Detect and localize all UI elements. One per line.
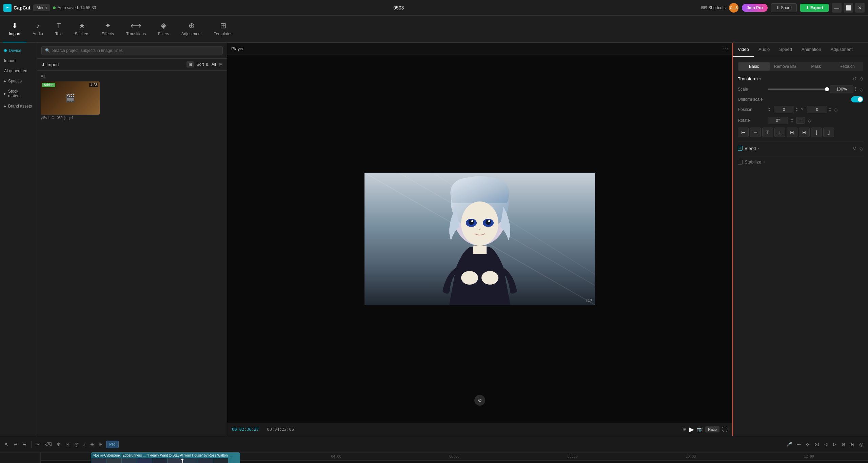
stabilize-checkbox[interactable] — [738, 160, 743, 165]
pos-x-down-button[interactable]: ▼ — [795, 110, 798, 112]
fullscreen-button[interactable]: ⛶ — [722, 426, 728, 432]
tab-animation[interactable]: Animation — [797, 43, 826, 57]
timeline-right-btn-4[interactable]: ⋈ — [813, 440, 821, 448]
toolbar-audio[interactable]: ♪ Audio — [26, 16, 49, 42]
close-button[interactable]: ✕ — [855, 3, 865, 13]
subtab-retouch[interactable]: Retouch — [832, 62, 863, 71]
pos-x-input[interactable] — [774, 106, 794, 113]
player-menu-button[interactable]: ⋯ — [723, 45, 728, 52]
all-filter-button[interactable]: All — [212, 62, 216, 67]
toolbar-effects[interactable]: ✦ Effects — [95, 16, 120, 42]
blend-checkbox[interactable]: ✓ — [738, 146, 743, 151]
share-button[interactable]: ⬆ Share — [771, 3, 797, 12]
subtab-remove-bg[interactable]: Remove BG — [770, 62, 801, 71]
rotate-diamond-button[interactable]: ◇ — [808, 118, 811, 123]
scale-input[interactable] — [830, 85, 853, 93]
toolbar-transitions[interactable]: ⟷ Transitions — [120, 16, 152, 42]
color-button[interactable]: ◈ — [89, 440, 95, 448]
position-diamond-button[interactable]: ◇ — [834, 107, 838, 112]
align-left-button[interactable]: ⊢ — [738, 128, 749, 137]
settings-circle-button[interactable]: ⚙ — [474, 395, 485, 406]
audio-button[interactable]: ♪ — [82, 440, 87, 448]
sidebar-item-ai-generated[interactable]: AI generated — [0, 66, 37, 76]
toolbar-adjustment[interactable]: ⊕ Adjustment — [175, 16, 208, 42]
sidebar-item-brand-assets[interactable]: ▸ Brand assets — [0, 101, 37, 111]
menu-button[interactable]: Menu — [33, 4, 50, 11]
scale-down-button[interactable]: ▼ — [854, 89, 857, 92]
select-tool-button[interactable]: ↖ — [3, 440, 10, 448]
tab-audio[interactable]: Audio — [754, 43, 774, 57]
toolbar-text[interactable]: T Text — [49, 16, 69, 42]
toolbar-templates[interactable]: ⊞ Templates — [208, 16, 239, 42]
redo-button[interactable]: ↪ — [21, 440, 28, 448]
align-top-button[interactable]: ⊥ — [774, 128, 785, 137]
align-bottom-button[interactable]: ⊟ — [799, 128, 810, 137]
align-left-edge-button[interactable]: ⌊ — [811, 128, 822, 137]
toolbar-stickers[interactable]: ★ Stickers — [69, 16, 96, 42]
toolbar-import[interactable]: ⬇ Import — [3, 16, 26, 42]
timeline-right-btn-9[interactable]: ◎ — [858, 440, 865, 448]
import-media-button[interactable]: ⬇ Import — [41, 62, 59, 67]
transform-reset-button[interactable]: ↺ — [853, 76, 857, 81]
pro-feature-button[interactable]: Pro — [106, 441, 119, 448]
view-toggle-button[interactable]: ⊞ — [186, 61, 194, 67]
join-pro-button[interactable]: Join Pro — [742, 4, 768, 12]
pos-y-down-button[interactable]: ▼ — [829, 110, 831, 112]
filters-icon: ◈ — [161, 21, 166, 30]
playhead[interactable] — [182, 461, 183, 463]
video-clip[interactable]: yt5s.io-Cyberpunk_Edgerunners ... "I Rea… — [91, 452, 240, 463]
timeline-right-btn-7[interactable]: ⊕ — [840, 440, 847, 448]
ratio-button[interactable]: Ratio — [705, 426, 719, 432]
search-input[interactable] — [52, 48, 219, 53]
speed-button[interactable]: ◷ — [73, 440, 80, 448]
screenshot-button[interactable]: 📷 — [697, 427, 703, 432]
filter-button[interactable]: ⊟ — [219, 62, 223, 67]
play-button[interactable]: ▶ — [689, 426, 694, 433]
crop-button[interactable]: ⊡ — [64, 440, 71, 448]
align-center-v-button[interactable]: ⊞ — [787, 128, 797, 137]
sidebar-item-spaces[interactable]: ▸ Spaces — [0, 76, 37, 86]
align-right-button[interactable]: ⊤ — [762, 128, 773, 137]
blend-reset-button[interactable]: ↺ — [853, 146, 857, 151]
timeline-right-btn-2[interactable]: ⊸ — [795, 440, 802, 448]
rotate-input[interactable] — [768, 117, 788, 124]
export-button[interactable]: ⬆ Export — [800, 4, 829, 12]
timeline-right-btn-3[interactable]: ⊹ — [804, 440, 811, 448]
scale-slider[interactable] — [768, 89, 827, 90]
grid-view-button[interactable]: ⊞ — [683, 427, 687, 432]
minimize-button[interactable]: — — [832, 3, 842, 13]
blend-diamond-button[interactable]: ◇ — [860, 146, 863, 151]
tab-speed[interactable]: Speed — [774, 43, 797, 57]
rotate-down-button[interactable]: ▼ — [791, 120, 793, 123]
align-center-h-button[interactable]: ⊣ — [750, 128, 761, 137]
sidebar-item-import[interactable]: Import — [0, 56, 37, 66]
undo-button[interactable]: ↩ — [12, 440, 19, 448]
freeze-button[interactable]: ❄ — [55, 440, 62, 448]
timeline-right-btn-8[interactable]: ⊖ — [849, 440, 856, 448]
tab-video[interactable]: Video — [733, 43, 754, 57]
timeline-right-btn-1[interactable]: 🎤 — [785, 440, 793, 448]
transform-diamond-button[interactable]: ◇ — [860, 76, 863, 81]
subtab-mask[interactable]: Mask — [801, 62, 832, 71]
uniform-scale-toggle[interactable] — [851, 96, 863, 102]
shortcuts-button[interactable]: ⌨ Shortcuts — [701, 5, 726, 10]
timeline-right-btn-6[interactable]: ⊳ — [831, 440, 838, 448]
split-button[interactable]: ✂ — [35, 440, 42, 448]
sort-button[interactable]: Sort ⇅ — [197, 62, 209, 67]
trim-button[interactable]: ⊞ — [97, 440, 104, 448]
maximize-button[interactable]: ⬜ — [844, 3, 853, 13]
sidebar-item-stock-materials[interactable]: ▸ Stock mater... — [0, 86, 37, 101]
timeline-right-btn-5[interactable]: ⊲ — [823, 440, 829, 448]
list-item[interactable]: 🎬 Added 4:23 yt5s.io-C...080p).mp4 — [41, 81, 100, 120]
flip-button[interactable]: - — [796, 117, 805, 124]
tab-adjustment[interactable]: Adjustment — [826, 43, 857, 57]
media-thumbnail[interactable]: 🎬 Added 4:23 — [41, 81, 100, 115]
delete-button[interactable]: ⌫ — [44, 440, 53, 448]
stock-label: Stock mater... — [8, 89, 33, 98]
sidebar-item-device[interactable]: Device — [0, 45, 37, 56]
align-right-edge-button[interactable]: ⌋ — [823, 128, 834, 137]
pos-y-input[interactable] — [807, 106, 827, 113]
subtab-basic[interactable]: Basic — [738, 62, 770, 71]
toolbar-filters[interactable]: ◈ Filters — [152, 16, 175, 42]
scale-diamond-button[interactable]: ◇ — [860, 86, 863, 92]
